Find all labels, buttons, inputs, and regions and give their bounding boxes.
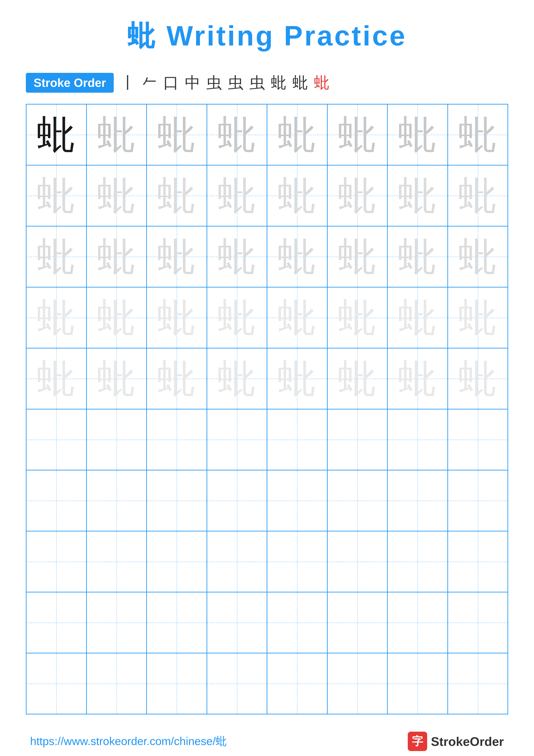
grid-cell-5-8[interactable]: 蚍 [448,348,508,409]
grid-cell-4-5[interactable]: 蚍 [267,287,328,348]
grid-cell-1-8[interactable]: 蚍 [448,104,508,165]
grid-cell-7-2[interactable] [87,471,147,531]
footer-logo: 字 StrokeOrder [408,732,504,751]
grid-cell-6-3[interactable] [147,410,207,470]
grid-cell-7-5[interactable] [267,471,328,531]
grid-cell-10-6[interactable] [328,653,388,714]
grid-cell-6-8[interactable] [448,410,508,470]
grid-cell-4-4[interactable]: 蚍 [207,287,267,348]
grid-cell-6-6[interactable] [328,410,388,470]
grid-cell-4-3[interactable]: 蚍 [147,287,207,348]
grid-cell-2-7[interactable]: 蚍 [388,166,448,226]
char-guide: 蚍 [458,359,497,398]
grid-cell-10-5[interactable] [267,653,328,714]
char-guide: 蚍 [458,176,497,215]
grid-cell-2-3[interactable]: 蚍 [147,166,207,226]
page-title: 蚍 Writing Practice [127,17,407,55]
grid-cell-6-4[interactable] [207,410,267,470]
grid-cell-1-5[interactable]: 蚍 [267,104,328,165]
grid-cell-9-6[interactable] [328,592,388,653]
grid-cell-9-4[interactable] [207,592,267,653]
grid-cell-8-5[interactable] [267,531,328,592]
char-guide: 蚍 [217,115,256,154]
grid-cell-10-3[interactable] [147,653,207,714]
grid-cell-4-8[interactable]: 蚍 [448,287,508,348]
grid-cell-9-2[interactable] [87,592,147,653]
grid-cell-6-2[interactable] [87,410,147,470]
grid-cell-7-8[interactable] [448,471,508,531]
grid-cell-3-4[interactable]: 蚍 [207,227,267,287]
char-guide: 蚍 [157,115,196,154]
grid-cell-5-2[interactable]: 蚍 [87,348,147,409]
char-guide: 蚍 [338,298,377,337]
grid-cell-8-7[interactable] [388,531,448,592]
grid-cell-1-7[interactable]: 蚍 [388,104,448,165]
grid-cell-4-1[interactable]: 蚍 [27,287,87,348]
grid-cell-5-4[interactable]: 蚍 [207,348,267,409]
grid-cell-10-1[interactable] [27,653,87,714]
grid-cell-2-2[interactable]: 蚍 [87,166,147,226]
grid-cell-5-3[interactable]: 蚍 [147,348,207,409]
grid-cell-6-7[interactable] [388,410,448,470]
grid-row-1: 蚍 蚍 蚍 蚍 蚍 蚍 蚍 蚍 [27,104,507,166]
grid-cell-10-4[interactable] [207,653,267,714]
grid-cell-8-4[interactable] [207,531,267,592]
grid-row-10 [27,653,507,714]
grid-cell-1-1[interactable]: 蚍 [27,104,87,165]
grid-cell-9-5[interactable] [267,592,328,653]
grid-row-3: 蚍 蚍 蚍 蚍 蚍 蚍 蚍 蚍 [27,227,507,287]
grid-cell-9-8[interactable] [448,592,508,653]
grid-cell-9-7[interactable] [388,592,448,653]
practice-grid: 蚍 蚍 蚍 蚍 蚍 蚍 蚍 蚍 [26,104,508,715]
grid-cell-1-4[interactable]: 蚍 [207,104,267,165]
grid-cell-6-1[interactable] [27,410,87,470]
grid-cell-5-1[interactable]: 蚍 [27,348,87,409]
char-guide: 蚍 [398,359,437,398]
grid-cell-1-3[interactable]: 蚍 [147,104,207,165]
grid-cell-7-7[interactable] [388,471,448,531]
grid-cell-9-3[interactable] [147,592,207,653]
grid-cell-4-7[interactable]: 蚍 [388,287,448,348]
grid-cell-5-7[interactable]: 蚍 [388,348,448,409]
grid-cell-5-5[interactable]: 蚍 [267,348,328,409]
grid-cell-1-6[interactable]: 蚍 [328,104,388,165]
grid-cell-2-4[interactable]: 蚍 [207,166,267,226]
footer-url[interactable]: https://www.strokeorder.com/chinese/蚍 [30,734,227,749]
grid-cell-8-8[interactable] [448,531,508,592]
grid-cell-3-1[interactable]: 蚍 [27,227,87,287]
grid-cell-3-8[interactable]: 蚍 [448,227,508,287]
page: 蚍 Writing Practice Stroke Order 丨 𠂉 口 中 … [0,0,534,756]
grid-cell-10-2[interactable] [87,653,147,714]
grid-cell-5-6[interactable]: 蚍 [328,348,388,409]
stroke-step-6: 虫 [228,72,243,93]
grid-cell-10-8[interactable] [448,653,508,714]
grid-cell-9-1[interactable] [27,592,87,653]
stroke-step-8: 蚍 [271,72,287,93]
grid-cell-8-1[interactable] [27,531,87,592]
grid-cell-8-2[interactable] [87,531,147,592]
grid-cell-3-2[interactable]: 蚍 [87,227,147,287]
grid-row-8 [27,531,507,592]
char-guide: 蚍 [37,237,76,276]
grid-cell-3-3[interactable]: 蚍 [147,227,207,287]
grid-cell-7-4[interactable] [207,471,267,531]
grid-row-7 [27,471,507,531]
grid-cell-2-8[interactable]: 蚍 [448,166,508,226]
grid-cell-2-1[interactable]: 蚍 [27,166,87,226]
grid-cell-8-6[interactable] [328,531,388,592]
grid-cell-3-7[interactable]: 蚍 [388,227,448,287]
grid-cell-7-1[interactable] [27,471,87,531]
grid-cell-1-2[interactable]: 蚍 [87,104,147,165]
grid-cell-7-6[interactable] [328,471,388,531]
grid-cell-3-5[interactable]: 蚍 [267,227,328,287]
grid-cell-7-3[interactable] [147,471,207,531]
grid-cell-6-5[interactable] [267,410,328,470]
grid-cell-2-6[interactable]: 蚍 [328,166,388,226]
grid-cell-10-7[interactable] [388,653,448,714]
grid-cell-4-6[interactable]: 蚍 [328,287,388,348]
grid-cell-2-5[interactable]: 蚍 [267,166,328,226]
grid-cell-4-2[interactable]: 蚍 [87,287,147,348]
grid-cell-3-6[interactable]: 蚍 [328,227,388,287]
grid-cell-8-3[interactable] [147,531,207,592]
char-guide: 蚍 [458,115,497,154]
